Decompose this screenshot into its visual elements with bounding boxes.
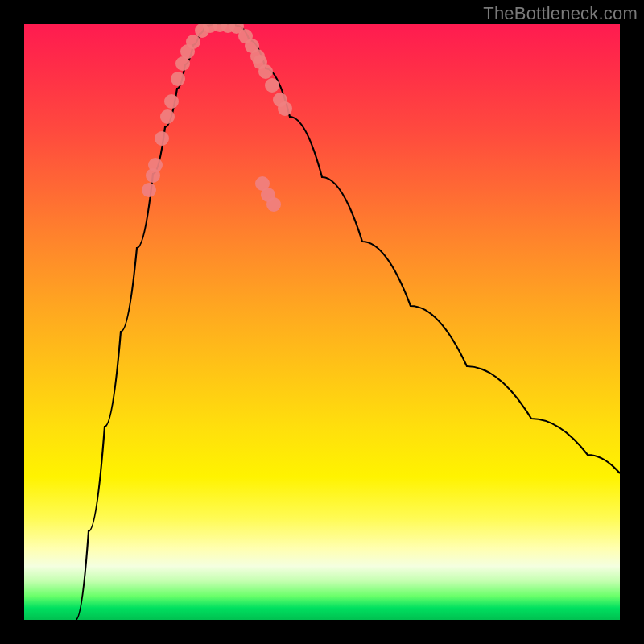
marker-dot [278,101,292,116]
watermark-text: TheBottleneck.com [483,3,638,24]
marker-dot [142,183,156,197]
chart-svg [24,24,620,620]
marker-dot [155,131,169,146]
marker-dot [186,35,200,49]
curve-right [237,26,620,473]
marker-dot [265,78,279,93]
marker-dot [266,197,281,212]
marker-dot [171,72,185,86]
marker-dot [148,158,163,172]
marker-dot [160,109,175,124]
marker-group [142,24,292,212]
curve-left [76,26,205,620]
marker-dot [164,94,179,109]
curve-group [76,24,620,620]
chart-frame [24,24,620,620]
marker-dot [258,64,273,79]
